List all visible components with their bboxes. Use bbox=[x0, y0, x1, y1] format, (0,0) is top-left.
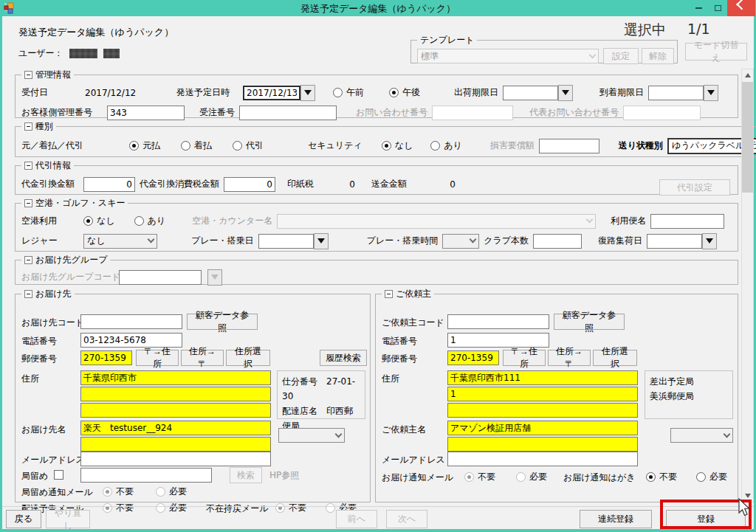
irainushi-jusho-to-yubin-button[interactable]: 住所→〒 bbox=[548, 350, 591, 366]
tsuchi-hagaki-hitsuyo-item[interactable]: 必要 bbox=[696, 471, 727, 483]
irainushi-jusho-line3-input[interactable] bbox=[447, 403, 638, 418]
collapse-icon[interactable] bbox=[24, 122, 32, 131]
tsuchi-mail-fuyo-radio bbox=[464, 472, 474, 482]
otodoke-jusho-select-button[interactable]: 住所選択 bbox=[226, 350, 270, 366]
irainushi-name-input[interactable] bbox=[447, 421, 638, 435]
shukka-date-dropdown-button[interactable] bbox=[558, 85, 573, 101]
back-button[interactable]: 戻る bbox=[6, 510, 41, 528]
motobarai-radio-item[interactable]: 元払 bbox=[129, 139, 160, 152]
minimize-button[interactable] bbox=[689, 0, 708, 16]
irainushi-jusho-line1-input[interactable] bbox=[447, 370, 638, 385]
collapse-icon[interactable] bbox=[24, 199, 32, 207]
fukuro-date-dropdown-button[interactable] bbox=[702, 233, 717, 249]
otodoke-tel-label: 電話番号 bbox=[21, 335, 57, 348]
otodoke-code-input[interactable] bbox=[80, 314, 182, 329]
tsuchi-hagaki-fuyo-radio[interactable] bbox=[646, 472, 656, 482]
kyokudome-input[interactable] bbox=[80, 468, 212, 483]
close-button[interactable] bbox=[727, 0, 755, 16]
collapse-icon[interactable] bbox=[385, 290, 393, 298]
club-input[interactable] bbox=[533, 234, 582, 249]
kuko-ari-label: あり bbox=[148, 215, 166, 227]
daibiki-radio[interactable] bbox=[233, 141, 242, 151]
songai-input[interactable] bbox=[539, 139, 599, 153]
otodoke-kokyaku-button[interactable]: 顧客データ参照 bbox=[187, 314, 258, 330]
daibiki-kingaku-input[interactable] bbox=[83, 177, 135, 192]
security-ari-radio-item[interactable]: あり bbox=[430, 139, 462, 152]
gogo-radio[interactable] bbox=[389, 88, 399, 97]
scrollbar-thumb[interactable] bbox=[742, 82, 753, 193]
gogo-label: 午後 bbox=[402, 86, 420, 99]
hasso-date-input[interactable] bbox=[243, 86, 300, 100]
kyokudome-checkbox[interactable] bbox=[54, 470, 63, 480]
tochaku-date-input[interactable] bbox=[648, 86, 704, 100]
otodoke-jusho-to-yubin-button[interactable]: 住所→〒 bbox=[181, 350, 224, 366]
irainushi-name2-input[interactable] bbox=[447, 437, 638, 452]
otodoke-yubin-input[interactable] bbox=[80, 350, 132, 365]
play-date-input[interactable] bbox=[258, 234, 314, 249]
bin-input[interactable] bbox=[650, 214, 724, 229]
otodoke-title: お届け先 bbox=[35, 288, 72, 300]
fukuro-date-input[interactable] bbox=[647, 234, 702, 249]
irainushi-code-input[interactable] bbox=[447, 314, 549, 329]
hitsuyo-label: 必要 bbox=[529, 471, 547, 483]
otodoke-misc-combobox[interactable] bbox=[278, 428, 345, 443]
collapse-icon[interactable] bbox=[24, 162, 32, 170]
otodoke-name2-input[interactable] bbox=[80, 437, 271, 452]
tsuchi-hagaki-hitsuyo-radio[interactable] bbox=[696, 472, 706, 482]
maximize-button[interactable] bbox=[708, 0, 727, 16]
tsuchi-hagaki-fuyo-item[interactable]: 不要 bbox=[646, 471, 677, 483]
tochaku-date-dropdown-button[interactable] bbox=[704, 85, 718, 101]
kokyaku-no-input[interactable] bbox=[107, 106, 185, 120]
play-date-dropdown-button[interactable] bbox=[314, 233, 329, 249]
chakubarai-radio[interactable] bbox=[181, 141, 190, 151]
tsuchi-mail-hitsuyo-item: 必要 bbox=[516, 471, 547, 483]
chakubarai-radio-item[interactable]: 着払 bbox=[181, 139, 212, 152]
otodoke-group-code-label: お届け先グループコード bbox=[21, 271, 114, 283]
dropdown-icon bbox=[707, 90, 715, 95]
irainushi-misc-combobox[interactable] bbox=[670, 428, 733, 443]
otodoke-group-code-input[interactable] bbox=[119, 270, 202, 285]
play-time-combobox[interactable] bbox=[442, 234, 479, 249]
daibiki-radio-item[interactable]: 代引 bbox=[233, 139, 264, 152]
otodoke-jusho-line1-input[interactable] bbox=[80, 370, 271, 385]
shukka-date-input[interactable] bbox=[503, 86, 558, 100]
vertical-scrollbar[interactable] bbox=[741, 69, 754, 502]
kuko-nashi-radio[interactable] bbox=[83, 216, 93, 226]
irainushi-mail-input[interactable] bbox=[447, 452, 638, 466]
otodoke-yubin-to-jusho-button[interactable]: 〒→住所 bbox=[136, 350, 179, 366]
gozen-radio-item[interactable]: 午前 bbox=[333, 86, 364, 99]
irainushi-yubin-to-jusho-button[interactable]: 〒→住所 bbox=[503, 350, 546, 366]
security-nashi-radio-item[interactable]: なし bbox=[382, 139, 413, 152]
prev-button: 前へ bbox=[336, 510, 377, 528]
collapse-icon[interactable] bbox=[24, 71, 32, 79]
daibiki-zeikin-input[interactable] bbox=[224, 177, 275, 192]
otodoke-jusho-line2-input[interactable] bbox=[80, 387, 271, 401]
irainushi-yubin-input[interactable] bbox=[447, 350, 499, 365]
kanri-group: 管理情報 受付日 2017/12/12 発送予定日時 午前 午後 出荷期限日 到… bbox=[15, 69, 738, 118]
chevron-down-icon bbox=[148, 236, 155, 243]
security-ari-radio[interactable] bbox=[430, 141, 440, 151]
gozen-radio[interactable] bbox=[333, 88, 343, 97]
tsuchi-mail-hitsuyo-radio bbox=[516, 472, 526, 482]
scroll-up-button[interactable] bbox=[742, 69, 753, 81]
renzoku-toroku-button[interactable]: 連続登録 bbox=[580, 510, 652, 528]
collapse-icon[interactable] bbox=[24, 256, 32, 264]
motobarai-radio[interactable] bbox=[129, 141, 139, 151]
maximize-icon bbox=[715, 5, 721, 11]
kuko-nashi-radio-item[interactable]: なし bbox=[83, 215, 115, 227]
collapse-icon[interactable] bbox=[24, 290, 32, 298]
leisure-combobox[interactable]: なし bbox=[83, 234, 157, 249]
kuko-ari-radio-item[interactable]: あり bbox=[134, 215, 166, 227]
irainushi-kokyaku-button[interactable]: 顧客データ参照 bbox=[554, 314, 625, 330]
kuko-ari-radio[interactable] bbox=[134, 216, 144, 226]
otodoke-mail-input[interactable] bbox=[80, 452, 271, 466]
juchu-input[interactable] bbox=[239, 106, 337, 120]
irainushi-jusho-select-button[interactable]: 住所選択 bbox=[593, 350, 637, 366]
irainushi-jusho-line2-input[interactable] bbox=[447, 387, 638, 401]
otodoke-rireki-button[interactable]: 履歴検索 bbox=[320, 350, 367, 366]
security-nashi-radio[interactable] bbox=[382, 141, 391, 151]
gogo-radio-item[interactable]: 午後 bbox=[389, 86, 420, 99]
hasso-date-dropdown-button[interactable] bbox=[300, 85, 315, 101]
otodoke-jusho-line3-input[interactable] bbox=[80, 403, 271, 418]
otodoke-name-input[interactable] bbox=[80, 421, 271, 435]
